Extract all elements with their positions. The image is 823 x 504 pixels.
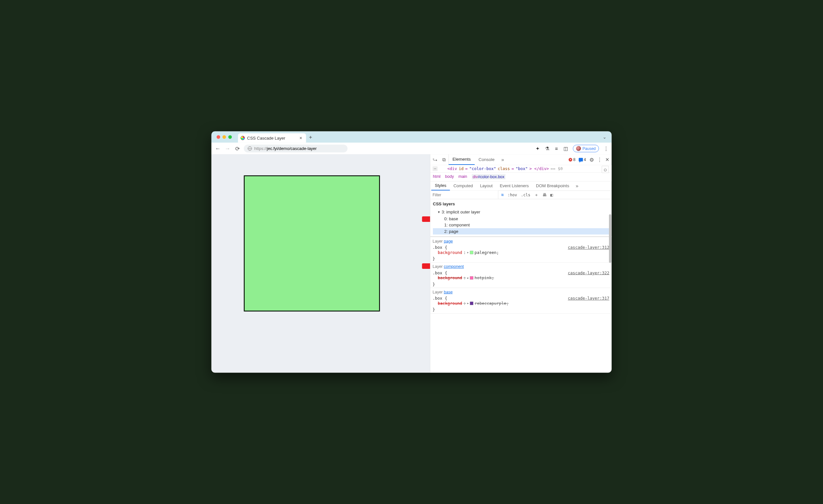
breadcrumb-item[interactable]: html — [433, 174, 441, 180]
dom-source-line[interactable]: ⋯ <div id="color-box" class="box" > </di… — [430, 165, 612, 173]
dom-breadcrumb: html body main div#color-box.box — [430, 172, 612, 181]
close-window-icon[interactable] — [217, 135, 220, 139]
style-rule: Layer page .box { cascade-layer:312 back… — [430, 237, 612, 263]
reveal-ancestors-icon[interactable]: ⋯ — [433, 166, 438, 171]
css-property[interactable]: background: ▶ palegreen; — [438, 250, 610, 255]
toolbar-icons: ✦ ⚗ ≡ ◫ Paused ⋮ — [535, 145, 609, 152]
style-rule: Layer component .box { cascade-layer:322… — [430, 263, 612, 288]
profile-paused-chip[interactable]: Paused — [573, 145, 599, 152]
cls-toggle[interactable]: .cls — [521, 192, 530, 197]
css-property-overridden[interactable]: background: ▶ rebeccapurple; — [438, 301, 610, 306]
styles-filter-row: ≋ :hov .cls ＋ 🖶 ◧ — [430, 191, 612, 199]
color-swatch-icon[interactable] — [470, 302, 473, 305]
layer-item[interactable]: 0: base — [433, 216, 609, 222]
subtab-computed[interactable]: Computed — [450, 181, 476, 191]
devtools-main-tabs: ⮑ ⧉ Elements Console » ✕ 8 4 ⚙ ⋮ — [430, 155, 612, 165]
panel-icon[interactable]: ◫ — [563, 146, 568, 151]
computed-sidebar-icon[interactable]: 🖶 — [542, 192, 547, 197]
tabs-overflow-icon[interactable]: » — [498, 155, 507, 165]
close-devtools-icon[interactable]: ✕ — [605, 157, 610, 163]
maximize-window-icon[interactable] — [228, 135, 232, 139]
styles-filter-input[interactable] — [430, 191, 498, 199]
layer-root[interactable]: ▼3: implicit outer layer — [433, 209, 609, 216]
scrollbar-thumb[interactable] — [609, 214, 612, 263]
window-controls — [214, 135, 233, 139]
extensions-icon[interactable]: ✦ — [535, 146, 540, 151]
message-count[interactable]: 4 — [579, 157, 586, 162]
browser-window: CSS Cascade Layer × + ⌄ ← → ⟳ https://je… — [211, 132, 612, 373]
forward-button[interactable]: → — [224, 145, 231, 152]
color-box — [244, 176, 380, 312]
page-viewport — [211, 155, 430, 373]
color-swatch-icon[interactable] — [470, 276, 473, 280]
breadcrumb-item-selected[interactable]: div#color-box.box — [472, 174, 505, 180]
tab-elements[interactable]: Elements — [449, 155, 475, 165]
titlebar: CSS Cascade Layer × + ⌄ — [211, 132, 612, 143]
source-link[interactable]: cascade-layer:317 — [568, 296, 610, 301]
expand-tabs-icon[interactable]: ⌄ — [603, 134, 609, 140]
tab-console[interactable]: Console — [475, 155, 499, 165]
layer-item-selected[interactable]: 2: page — [433, 228, 609, 235]
subtab-layout[interactable]: Layout — [476, 181, 496, 191]
error-count[interactable]: ✕ 8 — [568, 157, 575, 162]
breadcrumb-item[interactable]: main — [459, 174, 467, 180]
address-bar: ← → ⟳ https://jec.fyi/demo/cascade-layer… — [211, 143, 612, 155]
browser-tab[interactable]: CSS Cascade Layer × — [238, 134, 306, 143]
source-link[interactable]: cascade-layer:322 — [568, 271, 610, 275]
message-icon — [579, 158, 583, 161]
tab-title: CSS Cascade Layer — [247, 135, 296, 141]
style-rule: Layer base .box { cascade-layer:317 back… — [430, 288, 612, 314]
source-link[interactable]: cascade-layer:312 — [568, 245, 610, 250]
new-style-rule-icon[interactable]: ＋ — [534, 192, 538, 198]
url-text: https://jec.fyi/demo/cascade-layer — [255, 146, 317, 151]
css-layers-panel: CSS layers ▼3: implicit outer layer 0: b… — [430, 199, 612, 237]
breadcrumb-item[interactable]: body — [445, 174, 454, 180]
avatar-icon — [576, 146, 581, 151]
favicon-icon — [241, 136, 245, 140]
subtab-styles[interactable]: Styles — [431, 181, 450, 191]
layer-link[interactable]: component — [444, 264, 464, 269]
devtools-panel: ⮑ ⧉ Elements Console » ✕ 8 4 ⚙ ⋮ — [430, 155, 612, 373]
minimize-window-icon[interactable] — [222, 135, 226, 139]
layer-item[interactable]: 1: component — [433, 222, 609, 228]
flask-icon[interactable]: ⚗ — [545, 146, 549, 151]
hov-toggle[interactable]: :hov — [508, 192, 517, 197]
subtab-dom-breakpoints[interactable]: DOM Breakpoints — [532, 181, 573, 191]
layers-toggle-icon[interactable]: ≋ — [501, 192, 504, 197]
accessibility-icon[interactable]: ⚇ — [602, 166, 609, 173]
site-info-icon[interactable] — [248, 146, 252, 151]
subtabs-overflow-icon[interactable]: » — [573, 181, 581, 191]
inspect-tool-icon[interactable]: ⮑ — [430, 155, 439, 165]
error-icon: ✕ — [568, 158, 572, 161]
close-tab-icon[interactable]: × — [298, 135, 303, 141]
settings-icon[interactable]: ⚙ — [590, 156, 594, 163]
menu-icon[interactable]: ⋮ — [604, 146, 609, 151]
content-area: ⮑ ⧉ Elements Console » ✕ 8 4 ⚙ ⋮ — [211, 155, 612, 373]
url-field[interactable]: https://jec.fyi/demo/cascade-layer — [244, 145, 348, 152]
back-button[interactable]: ← — [215, 145, 221, 152]
layer-link[interactable]: base — [444, 290, 453, 294]
styles-subtabs: Styles Computed Layout Event Listeners D… — [430, 181, 612, 191]
playlist-icon[interactable]: ≡ — [554, 146, 559, 151]
layer-link[interactable]: page — [444, 239, 453, 243]
more-icon[interactable]: ⋮ — [597, 157, 602, 163]
new-tab-button[interactable]: + — [306, 134, 315, 140]
css-property-overridden[interactable]: background: ▶ hotpink; — [438, 275, 610, 281]
css-layers-title: CSS layers — [433, 201, 609, 207]
device-toolbar-icon[interactable]: ⧉ — [439, 155, 449, 165]
toggle-sidebar-icon[interactable]: ◧ — [550, 192, 553, 197]
subtab-event-listeners[interactable]: Event Listeners — [496, 181, 532, 191]
color-swatch-icon[interactable] — [470, 251, 473, 254]
reload-button[interactable]: ⟳ — [234, 145, 241, 152]
